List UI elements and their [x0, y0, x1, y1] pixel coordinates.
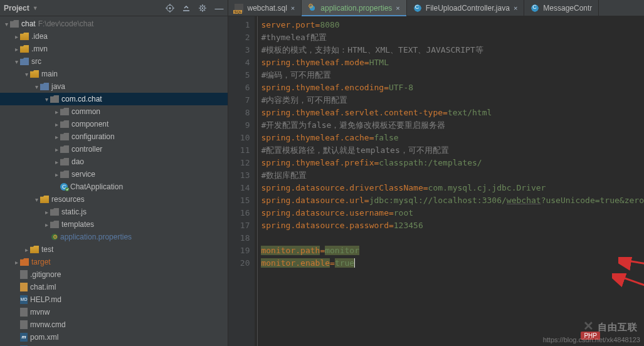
tree-item[interactable]: ⚙application.properties	[0, 231, 228, 243]
hide-icon[interactable]: —	[214, 3, 224, 13]
tree-item[interactable]: common	[0, 105, 228, 118]
code-line[interactable]: spring.datasource.username=root	[255, 207, 644, 219]
tree-item-selected[interactable]: com.cd.chat	[0, 93, 228, 105]
code-line[interactable]: #模板的模式，支持如：HTML、XML、TEXT、JAVASCRIPT等	[255, 44, 644, 56]
tree-label: java	[51, 82, 65, 91]
tree-label: com.cd.chat	[61, 95, 102, 103]
package-icon	[50, 95, 59, 103]
code-line[interactable]: monitor.path=monitor	[255, 244, 644, 257]
tab-label: webchat.sql	[247, 4, 287, 13]
chevron-right-icon[interactable]	[13, 46, 20, 53]
project-selector[interactable]: Project ▼	[4, 4, 38, 13]
project-label: Project	[4, 4, 29, 13]
code-line[interactable]: spring.datasource.driverClassName=com.my…	[255, 182, 644, 194]
code-line[interactable]: #编码，可不用配置	[255, 69, 644, 81]
tree-item[interactable]: chat.iml	[0, 281, 228, 293]
chevron-down-icon[interactable]	[43, 96, 50, 103]
chevron-right-icon[interactable]	[43, 221, 50, 228]
code-line[interactable]: spring.thymeleaf.prefix=classpath:/templ…	[255, 157, 644, 169]
tab-webchat-sql[interactable]: SQL webchat.sql ×	[228, 0, 302, 16]
chevron-right-icon[interactable]	[53, 121, 60, 128]
file-icon	[20, 308, 28, 317]
code-line[interactable]: spring.thymeleaf.cache=false	[255, 132, 644, 144]
package-icon	[60, 170, 69, 178]
tree-item[interactable]: MDHELP.md	[0, 293, 228, 306]
chevron-right-icon[interactable]	[23, 246, 30, 253]
code-line[interactable]: #开发配置为false，避免修改模板还要重启服务器	[255, 119, 644, 132]
tree-item[interactable]: mvnw.cmd	[0, 318, 228, 331]
chevron-right-icon[interactable]	[43, 209, 50, 216]
code-line[interactable]: spring.thymeleaf.servlet.content-type=te…	[255, 107, 644, 119]
tree-label: main	[41, 70, 58, 78]
code-line[interactable]: #thymeleaf配置	[255, 31, 644, 44]
code-line[interactable]: spring.thymeleaf.encoding=UTF-8	[255, 81, 644, 94]
iml-icon	[20, 283, 28, 291]
tree-item[interactable]: templates	[0, 218, 228, 231]
chevron-right-icon[interactable]	[13, 259, 20, 266]
chevron-down-icon[interactable]	[23, 71, 30, 78]
chevron-down-icon[interactable]	[33, 83, 40, 90]
code-line[interactable]: spring.datasource.password=123456	[255, 219, 644, 232]
folder-icon	[20, 45, 29, 53]
code-content[interactable]: server.port=8080#thymeleaf配置#模板的模式，支持如：H…	[255, 16, 644, 346]
tree-item[interactable]: controller	[0, 143, 228, 155]
code-line[interactable]: spring.datasource.url=jdbc:mysql://local…	[255, 194, 644, 207]
svg-line-16	[204, 6, 205, 6]
tab-fileupload[interactable]: FileUploadController.java ×	[407, 0, 525, 16]
folder-icon	[30, 70, 39, 78]
collapse-icon[interactable]	[181, 3, 191, 13]
chevron-down-icon[interactable]	[13, 58, 20, 65]
tree-item[interactable]: configuration	[0, 130, 228, 143]
tree-label: common	[71, 107, 100, 116]
tree-item[interactable]: .idea	[0, 30, 228, 43]
tree-label: chat	[21, 19, 36, 28]
code-line[interactable]: #数据库配置	[255, 169, 644, 182]
code-line[interactable]: monitor.enable=true	[255, 257, 644, 270]
tree-item[interactable]: target	[0, 256, 228, 268]
code-line[interactable]: #内容类别，可不用配置	[255, 94, 644, 107]
chevron-down-icon[interactable]	[3, 21, 10, 28]
tree-item[interactable]: static.js	[0, 206, 228, 218]
tree-item[interactable]: main	[0, 68, 228, 80]
svg-point-8	[202, 7, 203, 8]
code-editor[interactable]: 1234567891011121314151617181920 server.p…	[228, 16, 644, 346]
tree-item[interactable]: src	[0, 55, 228, 68]
project-tree[interactable]: chat F:\dev\code\chat .idea .mvn src mai…	[0, 16, 228, 346]
code-line[interactable]: #配置模板路径，默认就是templates，可不用配置	[255, 144, 644, 157]
tree-label: HELP.md	[30, 295, 61, 304]
close-icon[interactable]: ×	[514, 4, 517, 12]
chevron-right-icon[interactable]	[53, 108, 60, 115]
close-icon[interactable]: ×	[396, 4, 399, 12]
tree-item[interactable]: CChatApplication	[0, 181, 228, 193]
tree-item[interactable]: mvnw	[0, 306, 228, 318]
tab-message[interactable]: MessageContr	[524, 0, 599, 16]
close-icon[interactable]: ×	[291, 4, 295, 12]
tree-label: mvnw	[30, 308, 50, 317]
chevron-right-icon[interactable]	[53, 159, 60, 165]
chevron-right-icon[interactable]	[53, 146, 60, 153]
tree-root[interactable]: chat F:\dev\code\chat	[0, 18, 228, 30]
tree-item[interactable]: mpom.xml	[0, 331, 228, 343]
tree-item[interactable]: .gitignore	[0, 268, 228, 281]
tree-item[interactable]: test	[0, 243, 228, 256]
tree-item[interactable]: service	[0, 168, 228, 181]
tab-application-properties[interactable]: application.properties ×	[302, 0, 407, 16]
chevron-right-icon[interactable]	[53, 171, 60, 178]
folder-icon	[20, 58, 29, 65]
tree-item[interactable]: dao	[0, 155, 228, 168]
tree-item[interactable]: MDREADME.md	[0, 343, 228, 346]
gear-icon[interactable]	[198, 3, 208, 13]
maven-icon: m	[20, 333, 28, 342]
chevron-right-icon[interactable]	[53, 134, 60, 140]
chevron-right-icon[interactable]	[13, 33, 20, 40]
code-line[interactable]: server.port=8080	[255, 19, 644, 31]
locate-icon[interactable]	[165, 3, 175, 13]
code-line[interactable]	[255, 232, 644, 244]
tree-item[interactable]: component	[0, 118, 228, 130]
tree-label: .idea	[31, 32, 48, 41]
code-line[interactable]: spring.thymeleaf.mode=HTML	[255, 56, 644, 69]
chevron-down-icon[interactable]	[33, 196, 40, 203]
tree-item[interactable]: java	[0, 80, 228, 93]
tree-item[interactable]: .mvn	[0, 43, 228, 55]
tree-item[interactable]: resources	[0, 193, 228, 206]
